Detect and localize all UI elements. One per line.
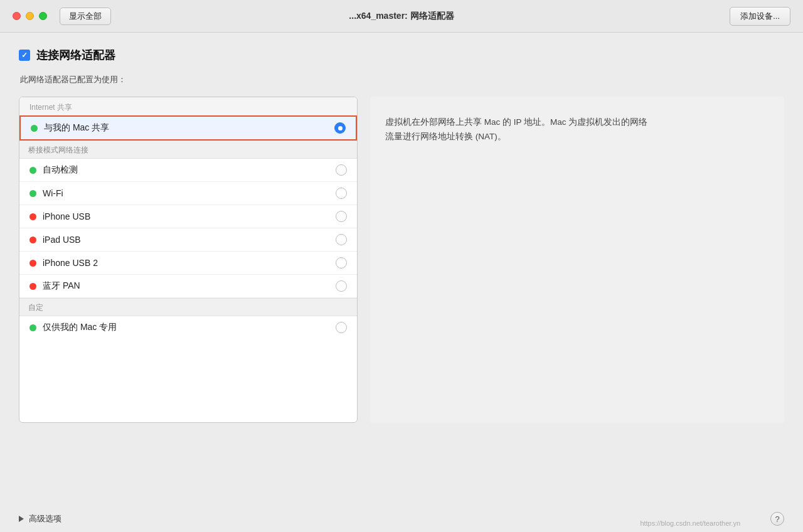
titlebar-right: 添加设备... — [730, 7, 790, 26]
connect-adapter-checkbox-label[interactable]: 连接网络适配器 — [19, 48, 115, 63]
group-header-internet-sharing: Internet 共享 — [19, 97, 357, 115]
radio-auto-detect[interactable] — [336, 164, 347, 176]
radio-wifi[interactable] — [336, 188, 347, 199]
radio-iphone-usb[interactable] — [336, 211, 347, 222]
item-label-share-with-mac: 与我的 Mac 共享 — [44, 122, 334, 134]
checkbox-icon — [19, 50, 30, 61]
columns-layout: Internet 共享 与我的 Mac 共享 桥接模式网络连接 自动检测 Wi-… — [19, 97, 784, 423]
checkbox-label-text: 连接网络适配器 — [36, 48, 115, 63]
titlebar-left: 显示全部 — [13, 8, 111, 25]
close-button[interactable] — [13, 12, 21, 20]
status-dot-green — [31, 125, 38, 132]
item-label-mac-only: 仅供我的 Mac 专用 — [43, 322, 336, 333]
group-header-custom: 自定 — [19, 298, 357, 316]
item-label-iphone-usb: iPhone USB — [43, 211, 336, 221]
status-dot-ipad-usb — [29, 237, 36, 243]
status-dot-wifi — [29, 190, 36, 197]
main-content: 连接网络适配器 此网络适配器已配置为使用： Internet 共享 与我的 Ma… — [0, 33, 803, 435]
radio-share-with-mac[interactable] — [334, 122, 346, 134]
item-label-auto-detect: 自动检测 — [43, 164, 336, 176]
watermark: https://blog.csdn.net/tearother.yn — [640, 519, 740, 527]
description-panel: 虚拟机在外部网络上共享 Mac 的 IP 地址。Mac 为虚拟机发出的网络流量进… — [370, 97, 784, 423]
item-label-iphone-usb-2: iPhone USB 2 — [43, 258, 336, 268]
status-dot-iphone-usb-2 — [29, 260, 36, 267]
list-item-iphone-usb-2[interactable]: iPhone USB 2 — [19, 252, 357, 275]
header-section: 连接网络适配器 — [19, 48, 784, 63]
radio-bt-pan[interactable] — [336, 280, 347, 292]
list-item-share-with-mac[interactable]: 与我的 Mac 共享 — [19, 115, 357, 141]
status-dot-bt-pan — [29, 283, 36, 290]
advanced-options-label: 高级选项 — [29, 513, 61, 524]
minimize-button[interactable] — [26, 12, 34, 20]
list-item-ipad-usb[interactable]: iPad USB — [19, 228, 357, 252]
status-dot-iphone-usb — [29, 213, 36, 220]
adapter-list-panel: Internet 共享 与我的 Mac 共享 桥接模式网络连接 自动检测 Wi-… — [19, 97, 358, 423]
description-text: 虚拟机在外部网络上共享 Mac 的 IP 地址。Mac 为虚拟机发出的网络流量进… — [385, 115, 649, 144]
radio-mac-only[interactable] — [336, 322, 347, 333]
status-dot-mac-only — [29, 324, 36, 331]
maximize-button[interactable] — [39, 12, 47, 20]
list-item-bt-pan[interactable]: 蓝牙 PAN — [19, 275, 357, 298]
item-label-wifi: Wi-Fi — [43, 188, 336, 198]
bottom-bar: 高级选项 ? — [0, 503, 803, 532]
group-header-bridge-mode: 桥接模式网络连接 — [19, 141, 357, 159]
status-dot-auto-detect — [29, 167, 36, 174]
subtitle-text: 此网络适配器已配置为使用： — [20, 74, 784, 85]
item-label-bt-pan: 蓝牙 PAN — [43, 280, 336, 292]
list-item-iphone-usb[interactable]: iPhone USB — [19, 205, 357, 228]
radio-iphone-usb-2[interactable] — [336, 257, 347, 269]
titlebar: 显示全部 ...x64_master: 网络适配器 添加设备... — [0, 0, 803, 33]
window-title: ...x64_master: 网络适配器 — [349, 11, 454, 22]
triangle-icon — [19, 516, 24, 522]
help-button[interactable]: ? — [770, 512, 784, 526]
item-label-ipad-usb: iPad USB — [43, 235, 336, 245]
add-device-button[interactable]: 添加设备... — [730, 7, 790, 26]
show-all-button[interactable]: 显示全部 — [60, 8, 111, 25]
radio-ipad-usb[interactable] — [336, 234, 347, 245]
list-item-mac-only[interactable]: 仅供我的 Mac 专用 — [19, 316, 357, 339]
advanced-options-link[interactable]: 高级选项 — [19, 513, 61, 524]
list-item-wifi[interactable]: Wi-Fi — [19, 182, 357, 205]
list-item-auto-detect[interactable]: 自动检测 — [19, 159, 357, 182]
